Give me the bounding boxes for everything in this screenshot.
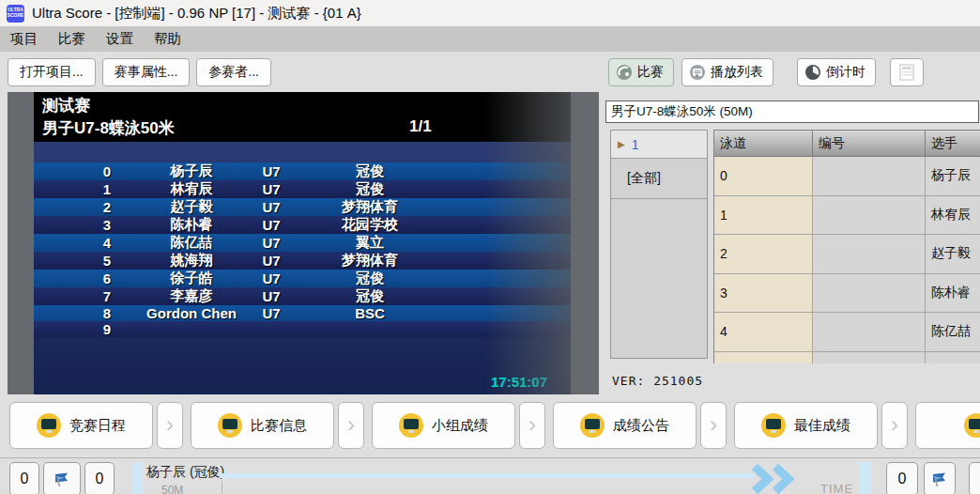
playlist-button[interactable]: 播放列表 [681,58,773,86]
menu-help[interactable]: 帮助 [144,26,191,52]
chevron-right-button[interactable]: › [881,402,908,449]
event-properties-button[interactable]: 赛事属性... [102,58,191,86]
board-rows: 0杨子辰U7冠俊1林宥辰U7冠俊2赵子毅U7梦翔体育3陈朴睿U7花园学校4陈亿喆… [34,162,571,337]
board-competition-title: 测试赛 [42,95,90,116]
entry-table-row[interactable]: 3陈朴睿 [714,274,980,314]
board-page-indicator: 1/1 [409,117,432,136]
clipped-button[interactable] [969,462,980,494]
entry-table-header: 泳道 编号 选手 [714,131,980,157]
counter-right-button[interactable]: 0 [886,462,918,494]
menu-settings[interactable]: 设置 [96,26,144,52]
entry-table-row[interactable]: 0杨子辰 [714,157,980,196]
lane-color-strip [133,462,143,494]
board-row: 3陈朴睿U7花园学校 [34,216,571,234]
status-bar: 0 0 杨子辰 (冠俊) 50M TIME 0 [0,457,980,494]
board-row: 9 [34,321,571,337]
participants-button[interactable]: 参赛者... [196,58,271,86]
monitor-icon [218,413,242,438]
led-board: 测试赛 男子U7-8蝶泳50米 1/1 名次 泳道 选手 Age 参赛队 成绩 … [34,92,571,394]
current-heat-arrow-icon: ▶ [618,139,625,149]
time-marker-bar [859,462,871,494]
display-button[interactable]: 最佳成绩 [734,402,878,449]
display-button[interactable]: 比赛信息 [191,402,334,449]
current-swimmer-label: 杨子辰 (冠俊) [146,464,224,481]
board-event-name: 男子U7-8蝶泳50米 [42,117,175,139]
monitor-icon [399,413,423,438]
display-buttons-row: 竞赛日程›比赛信息›小组成绩›成绩公告›最佳成绩›奖 [9,402,980,449]
app-logo-icon: ULTRASCORE [7,5,24,23]
preview-right-margin [571,92,599,394]
board-row: 1林宥辰U7冠俊 [34,180,571,198]
divider [222,481,222,494]
entry-table-row[interactable]: 1林宥辰 [714,196,980,236]
app-window: ULTRASCORE Ultra Score - [控制端] - 0.96 NP… [0,0,980,494]
flag-right-button[interactable] [924,462,956,494]
race-mode-button[interactable]: 比赛 [608,58,674,86]
counter-left-1-button[interactable]: 0 [9,462,39,494]
counter-left-2-button[interactable]: 0 [84,462,115,494]
notes-button[interactable] [890,58,924,86]
entry-table: 泳道 编号 选手 0杨子辰1林宥辰2赵子毅3陈朴睿4陈亿喆5姚海翔 [713,130,980,363]
board-row: 7李嘉彦U7冠俊 [34,287,571,305]
flag-left-button[interactable] [43,462,81,494]
monitor-icon [37,413,61,438]
monitor-icon [964,413,980,438]
progress-line [220,473,755,478]
window-title: Ultra Score - [控制端] - 0.96 NP [17] - 测试赛… [32,5,361,23]
chevron-right-button[interactable]: › [519,402,545,449]
toolbar: 打开项目... 赛事属性... 参赛者... 比赛 播放列表 倒 [0,52,980,92]
playlist-icon [689,64,706,81]
board-row: 8Gordon ChenU7BSC [34,305,571,321]
version-label: VER: 251005 [612,374,703,388]
board-row: 2赵子毅U7梦翔体育 [34,198,571,216]
entry-table-row[interactable]: 4陈亿喆 [714,313,980,352]
flag-icon [53,471,71,487]
flag-icon [930,471,949,487]
event-select[interactable]: 男子U7-8蝶泳50米 (50M) [605,100,979,123]
chevron-right-button[interactable]: › [157,402,183,449]
display-button[interactable]: 小组成绩 [372,402,515,449]
chevron-right-button[interactable]: › [700,402,727,449]
heat-list: ▶ 1 [全部] [610,130,708,359]
monitor-icon [761,413,786,438]
chevron-right-button[interactable]: › [338,402,364,449]
display-button[interactable]: 成绩公告 [553,402,697,449]
menu-project[interactable]: 项目 [0,26,48,52]
board-clock: 17:51:07 [491,374,547,390]
open-project-button[interactable]: 打开项目... [8,58,96,86]
countdown-clock-icon [804,64,821,81]
board-row: 4陈亿喆U7翼立 [34,234,571,252]
entry-table-row[interactable]: 5姚海翔 [714,352,980,364]
menu-bar: 项目 比赛 设置 帮助 [0,26,980,52]
fast-forward-icon [751,463,805,494]
distance-label: 50M [161,484,183,494]
time-label: TIME [820,482,853,494]
preview-left-margin [8,92,34,394]
heat-item-1[interactable]: ▶ 1 [611,131,707,159]
menu-race[interactable]: 比赛 [48,26,96,52]
scoreboard-preview: 测试赛 男子U7-8蝶泳50米 1/1 名次 泳道 选手 Age 参赛队 成绩 … [8,92,599,394]
entry-table-row[interactable]: 2赵子毅 [714,235,980,274]
countdown-button[interactable]: 倒计时 [797,58,876,86]
board-row: 0杨子辰U7冠俊 [34,162,571,180]
race-icon [616,64,633,81]
board-row: 5姚海翔U7梦翔体育 [34,252,571,270]
document-icon [897,63,916,82]
monitor-icon [580,413,605,438]
board-row: 6徐子皓U7冠俊 [34,270,571,287]
display-button[interactable]: 竞赛日程 [9,402,153,449]
heat-item-all[interactable]: [全部] [611,159,707,199]
display-button[interactable]: 奖 [915,402,980,449]
title-bar: ULTRASCORE Ultra Score - [控制端] - 0.96 NP… [0,0,980,26]
